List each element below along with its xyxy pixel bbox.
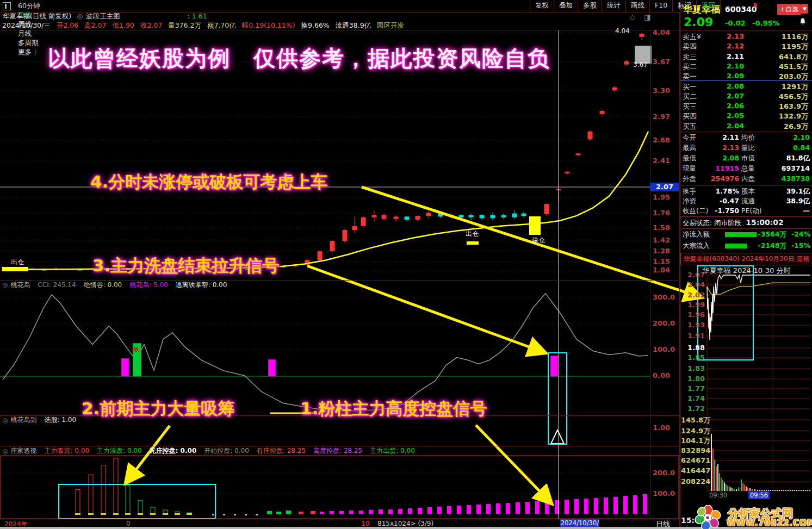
stat-label: 最低 <box>683 154 696 163</box>
collapse-icon[interactable]: ◎ <box>2 447 8 455</box>
order-book-row[interactable]: 买二2.07456.5万 <box>680 92 812 102</box>
order-book-price: 2.12 <box>727 42 744 50</box>
tool-button-2[interactable]: 多股 <box>578 0 602 12</box>
pane-header-item-3: 桃花岛: 5.00 <box>129 281 168 290</box>
order-book-price: 2.11 <box>727 52 744 60</box>
order-book-price: 2.08 <box>727 82 744 90</box>
order-book-row[interactable]: 卖五¥2.131116万 <box>680 32 812 42</box>
annotation-note1: 1.粉柱主力高度控盘信号 <box>300 397 487 420</box>
axis-label: 1.72 <box>681 404 705 413</box>
window-icon[interactable] <box>3 2 11 10</box>
axis-label: 2.04 <box>681 281 705 289</box>
x-axis-tick: 0 <box>126 520 131 527</box>
order-book-row[interactable]: 买三2.06163.9万 <box>680 102 812 111</box>
order-book-volume: 456.5万 <box>779 92 808 102</box>
stat-value: 438738 <box>782 175 810 183</box>
stat-label: 流通 <box>741 197 755 206</box>
axis-label: 1.96 <box>681 310 705 319</box>
indicator-switch-icon[interactable]: ◎ <box>77 12 83 20</box>
price-marker-label: 出仓 <box>466 229 479 239</box>
order-book-row[interactable]: 买一2.081291万 <box>680 82 812 92</box>
stat-label: 内盘 <box>741 175 755 184</box>
collapse-icon[interactable]: ◎ <box>2 416 8 424</box>
axis-label: 300.0 <box>653 293 675 301</box>
order-book-row[interactable]: 卖三2.11641.8万 <box>680 52 812 62</box>
stats-row: 收益(二)-1.750PE(动)— <box>680 207 812 217</box>
stats-row: 换手1.78%股本39.1亿 <box>680 187 812 197</box>
stats-row: 今开2.11均价2.10 <box>680 133 812 144</box>
pane-header-taohuadao[interactable]: ◎桃花岛CCI: 245.14绝情谷: 0.00桃花岛: 5.00逃离铁掌帮: … <box>0 281 649 289</box>
axis-label: 4.04 <box>653 28 670 36</box>
axis-label: 2.41 <box>653 157 670 165</box>
order-book-volume: 641.8万 <box>779 52 808 62</box>
price-marker-label: 建仓 <box>532 236 545 245</box>
tool-button-7[interactable]: 返回 <box>696 0 721 12</box>
stat-label: 股本 <box>741 187 755 196</box>
chart-corner-icons[interactable]: ◇ ◨ <box>630 13 654 21</box>
info-segment-9: 流通38.9亿 <box>336 21 371 29</box>
pane-header-item-7: 主力出货: 0.00 <box>370 446 415 456</box>
stat-label: 净资 <box>683 197 696 206</box>
order-book-label: 卖二 <box>683 62 697 72</box>
stat-value: -1.750 <box>715 207 739 215</box>
tool-button-5[interactable]: F10 <box>649 0 672 12</box>
axis-label: 1.95 <box>653 193 670 201</box>
pane-header-zhuangjia[interactable]: ◎庄家透视主力吸筹: 0.00主力洗盘: 0.00无庄控盘: 0.00开始控盘:… <box>0 447 649 455</box>
stat-value: 254976 <box>711 175 739 183</box>
bell-icon[interactable] <box>799 17 807 27</box>
divider <box>0 30 680 30</box>
annotation-note4: 4.分时未涨停或破板可考虑上车 <box>90 171 327 194</box>
tool-button-3[interactable]: 统计 <box>602 0 625 12</box>
order-book-label: 卖三 <box>683 52 697 62</box>
tool-button-6[interactable]: 标记 <box>672 0 696 12</box>
order-book-price: 2.04 <box>727 122 744 130</box>
menu-item-8[interactable]: 月线 <box>14 29 44 39</box>
order-book-volume: 1195万 <box>782 42 808 52</box>
pane-header-item-1: CCI: 245.14 <box>38 281 76 289</box>
order-book-row[interactable]: 买五2.0426.9万 <box>680 122 812 132</box>
tool-button-4[interactable]: 画线 <box>625 0 649 12</box>
overlay-indicator-name[interactable]: 波段王主图 <box>86 12 120 20</box>
app-root: 铁 分时1分钟5分钟15分钟30分钟60分钟日线周线月线多周期更多 〉 复权叠加… <box>0 0 812 529</box>
pane-header-item-5: 有庄控盘: 28.25 <box>257 446 306 456</box>
chart-title: 华夏幸福(日线 前复权) <box>3 12 71 20</box>
stats-block: 今开2.11均价2.10最高2.13量比0.84最低2.08市值81.8亿现量1… <box>680 132 812 185</box>
axis-label: 624671 <box>681 456 705 464</box>
panel-divider <box>679 0 680 529</box>
watermark-site-url: WWW.70822.COM <box>727 518 812 528</box>
pane-header-item-3: 无庄控盘: 0.00 <box>150 446 197 456</box>
money-flow-row: 大宗流入-2148万-15% <box>680 240 812 251</box>
order-book-volume: 1116万 <box>782 32 808 42</box>
stat-value: 2.13 <box>722 144 739 152</box>
stats-row: 最低2.08市值81.8亿 <box>680 154 812 164</box>
info-segment-6: 额7.70亿 <box>207 21 236 29</box>
order-book-row[interactable]: 买四2.05132.9万 <box>680 111 812 121</box>
menu-item-10[interactable]: 更多 〉 <box>14 48 44 57</box>
stat-label: 换手 <box>683 187 696 196</box>
pane-header-item-2: 绝情谷: 0.00 <box>84 281 122 290</box>
crosshair-price-label: 2.07 <box>650 183 679 191</box>
watchlist-dropdown-icon[interactable]: ▼ <box>801 4 808 14</box>
add-watchlist-button[interactable]: +自选 <box>777 4 801 15</box>
stat-label: 均价 <box>741 133 755 142</box>
flow-value: -2148万 <box>758 241 786 251</box>
stats-row: 最高2.13量比0.84 <box>680 144 812 154</box>
collapse-icon[interactable]: ◎ <box>2 281 8 289</box>
stat-value: 81.8亿 <box>786 154 810 163</box>
stats-row: 净资-0.47流通38.9亿 <box>680 197 812 207</box>
tool-button-1[interactable]: 叠加 <box>554 0 578 12</box>
info-segment-5: 量376.2万 <box>168 21 201 29</box>
order-book-volume: 163.9万 <box>779 102 808 111</box>
order-book-volume: 26.9万 <box>784 122 808 132</box>
order-book-row[interactable]: 卖四2.121195万 <box>680 42 812 52</box>
resolution-indicator: 815x1024> (3/9) <box>377 520 433 527</box>
stat-label: 总量 <box>741 164 755 173</box>
tool-button-0[interactable]: 复权 <box>530 0 554 12</box>
order-book-row[interactable]: 卖二2.10451.5万 <box>680 62 812 72</box>
menu-item-9[interactable]: 多周期 <box>14 39 44 48</box>
pane-header-item-1: 主力吸筹: 0.00 <box>44 446 89 456</box>
last-price: 2.09 <box>684 15 713 29</box>
axis-label: 1.88 <box>681 344 705 352</box>
order-book-row[interactable]: 卖一2.09203.0万 <box>680 72 812 82</box>
menu-item-5[interactable]: 60分钟 <box>14 2 44 11</box>
